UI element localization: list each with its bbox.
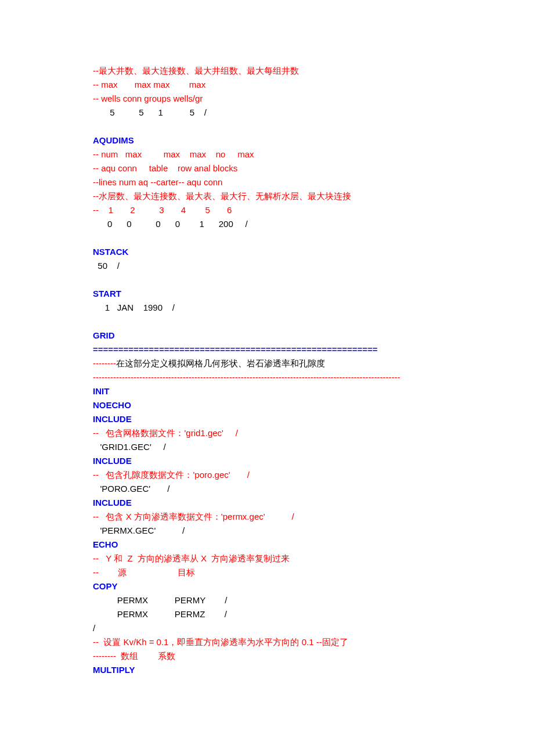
comment-copy-desc: -- Y 和 Z 方向的渗透率从 X 方向渗透率复制过来 — [93, 552, 441, 566]
comment-poro-file: -- 包含孔隙度数据文件：'poro.gec' / — [93, 468, 441, 482]
keyword-start: START — [93, 287, 441, 301]
comment-welldims-header2: -- wells conn groups wells/gr — [93, 92, 441, 106]
comment-aqudims-h1: -- num max max max no max — [93, 147, 441, 161]
poro-file-value: 'PORO.GEC' / — [93, 482, 441, 496]
comment-copy-header: -- 源 目标 — [93, 566, 441, 579]
permx-file-value: 'PERMX.GEC' / — [93, 524, 441, 538]
comment-aqudims-desc: --水层数、最大连接数、最大表、最大行、无解析水层、最大块连接 — [93, 189, 441, 203]
separator-dashes: ----------------------------------------… — [93, 370, 441, 384]
comment-welldims-header1: -- max max max max — [93, 78, 441, 92]
keyword-nstack: NSTACK — [93, 245, 441, 259]
nstack-value: 50 / — [93, 259, 441, 273]
copy-permx-permz: PERMX PERMZ / — [93, 607, 441, 621]
keyword-aqudims: AQUDIMS — [93, 134, 441, 147]
comment-aqudims-cols: -- 1 2 3 4 5 6 — [93, 203, 441, 217]
document-body: --最大井数、最大连接数、最大井组数、最大每组井数 -- max max max… — [0, 0, 534, 712]
keyword-include-1: INCLUDE — [93, 412, 441, 426]
separator-equals: ========================================… — [93, 343, 441, 357]
comment-aqudims-h3: --lines num aq --carter-- aqu conn — [93, 175, 441, 189]
welldims-values: 5 5 1 5 / — [93, 106, 441, 120]
grid-section-desc: --------在这部分定义模拟网格几何形状、岩石渗透率和孔隙度 — [93, 357, 441, 370]
comment-aqudims-h2: -- aqu conn table row anal blocks — [93, 161, 441, 175]
copy-permx-permy: PERMX PERMY / — [93, 593, 441, 607]
comment-multiply-header: -------- 数组 系数 — [93, 649, 441, 663]
grid-desc-text: 在这部分定义模拟网格几何形状、岩石渗透率和孔隙度 — [116, 358, 325, 368]
comment-grid-file: -- 包含网格数据文件：'grid1.gec' / — [93, 426, 441, 440]
start-value: 1 JAN 1990 / — [93, 301, 441, 315]
aqudims-values: 0 0 0 0 1 200 / — [93, 217, 441, 231]
keyword-include-3: INCLUDE — [93, 496, 441, 510]
comment-permx-file: -- 包含 X 方向渗透率数据文件：'permx.gec' / — [93, 510, 441, 524]
comment-multiply-desc: -- 设置 Kv/Kh = 0.1，即垂直方向渗透率为水平方向的 0.1 --固… — [93, 635, 441, 649]
keyword-grid: GRID — [93, 329, 441, 343]
keyword-init: INIT — [93, 384, 441, 398]
keyword-include-2: INCLUDE — [93, 454, 441, 468]
keyword-noecho: NOECHO — [93, 398, 441, 412]
dash-prefix: -------- — [93, 358, 116, 368]
keyword-copy: COPY — [93, 579, 441, 593]
grid-file-value: 'GRID1.GEC' / — [93, 440, 441, 454]
keyword-multiply: MULTIPLY — [93, 663, 441, 677]
comment-welldims-desc: --最大井数、最大连接数、最大井组数、最大每组井数 — [93, 64, 441, 78]
keyword-echo: ECHO — [93, 538, 441, 552]
copy-end: / — [93, 621, 441, 635]
